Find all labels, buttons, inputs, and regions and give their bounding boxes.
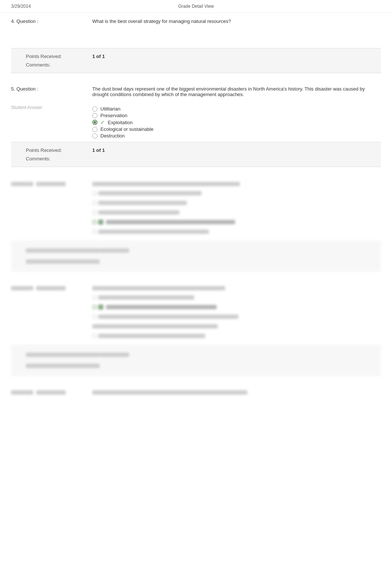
comments-label-5: Comments: [26, 156, 92, 161]
points-received-value-4: 1 of 1 [92, 54, 105, 59]
radio-utilitarian [92, 106, 97, 112]
blurred-question-8 [11, 383, 381, 398]
radio-exploitation [92, 120, 97, 125]
radio-preservation [92, 113, 97, 118]
student-answer-label-5: Student Answer: [11, 105, 43, 110]
points-received-label-4: Points Received: [26, 54, 92, 59]
points-received-label-5: Points Received: [26, 147, 92, 153]
question-5-number: 5. Question : [11, 86, 92, 97]
question-4-text: What is the best overall strategy for ma… [92, 18, 381, 24]
choice-utilitarian: Utilitarian [92, 106, 381, 112]
radio-ecological [92, 127, 97, 132]
question-5-meta: Points Received: 1 of 1 Comments: [11, 142, 381, 167]
question-4-row: 4. Question : What is the best overall s… [11, 13, 381, 26]
radio-destruction [92, 133, 97, 139]
choice-preservation: Preservation [92, 113, 381, 118]
question-5-answer-row: Student Answer: Utilitarian Preservation… [11, 99, 381, 142]
question-4-number: 4. Question : [11, 18, 92, 24]
points-received-value-5: 1 of 1 [92, 147, 105, 153]
correct-checkmark-exploitation: ✓ [100, 119, 106, 125]
blurred-question-7 [11, 279, 381, 375]
page-title: Grade Detail View [178, 4, 214, 9]
question-4-meta: Points Received: 1 of 1 Comments: [11, 48, 381, 73]
choice-ecological: Ecological or sustainable [92, 126, 381, 132]
comments-label-4: Comments: [26, 62, 92, 68]
blurred-question-6 [11, 174, 381, 271]
question-5-text: The dust bowl days represent one of the … [92, 86, 381, 97]
choice-exploitation: ✓ Exploitation [92, 119, 381, 125]
question-5-row: 5. Question : The dust bowl days represe… [11, 81, 381, 99]
choice-destruction: Destruction [92, 133, 381, 139]
page-date: 3/29/2014 [11, 4, 31, 9]
question-5-choices: Utilitarian Preservation ✓ Exploitation … [92, 105, 381, 140]
